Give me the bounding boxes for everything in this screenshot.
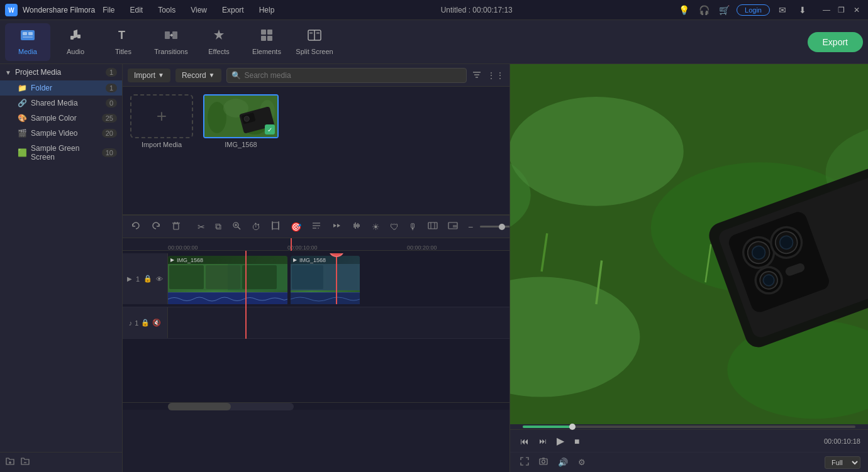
zoom-select[interactable]: Full 75% 50% 25% Fit — [825, 456, 860, 469]
zoom-fit-button[interactable] — [228, 219, 245, 234]
toolbar-transitions[interactable]: Transitions — [148, 23, 194, 61]
img-1568-preview[interactable]: ✓ — [203, 94, 279, 138]
export-button[interactable]: Export — [808, 32, 863, 52]
folder-item[interactable]: 📁 Folder 1 — [0, 80, 122, 96]
speed-button[interactable] — [328, 219, 345, 234]
audio-detach-button[interactable] — [308, 219, 325, 234]
toolbar-elements[interactable]: Elements — [244, 23, 289, 61]
sun-icon[interactable]: ☀ — [369, 220, 383, 234]
remove-folder-icon[interactable] — [20, 456, 30, 468]
menu-edit[interactable]: Edit — [128, 4, 146, 16]
toolbar-titles[interactable]: T Titles — [101, 23, 146, 61]
lock-icon[interactable]: 🔒 — [143, 275, 152, 283]
zoom-out-icon[interactable]: − — [465, 220, 476, 234]
audio-waveform-button[interactable] — [348, 219, 365, 234]
clip2-name: IMG_1568 — [299, 257, 326, 263]
toolbar-media[interactable]: Media — [5, 23, 50, 61]
svg-rect-60 — [453, 225, 457, 228]
menu-view[interactable]: View — [188, 4, 209, 16]
settings-icon[interactable]: ⚙ — [576, 456, 588, 468]
import-placeholder[interactable]: + — [130, 94, 193, 138]
clip2-play-icon: ▶ — [293, 257, 297, 263]
redo-button[interactable] — [148, 219, 164, 234]
export-clip-icon[interactable] — [425, 219, 441, 234]
svg-rect-10 — [172, 31, 177, 39]
login-button[interactable]: Login — [737, 4, 770, 16]
video-clip-1[interactable]: ▶ IMG_1568 — [168, 256, 287, 304]
menu-export[interactable]: Export — [220, 4, 247, 16]
svg-rect-66 — [242, 265, 277, 289]
clip2-body — [291, 264, 360, 292]
svg-rect-13 — [267, 30, 272, 35]
clip1-header: ▶ IMG_1568 — [168, 256, 287, 264]
lock-audio-icon[interactable]: 🔒 — [141, 319, 150, 327]
menu-tools[interactable]: Tools — [155, 4, 178, 16]
svg-rect-56 — [428, 222, 437, 229]
toolbar-effects[interactable]: Effects — [196, 23, 242, 61]
center-panel: Import ▼ Record ▼ 🔍 — [123, 64, 509, 472]
shared-media-item[interactable]: 🔗 Shared Media 0 — [0, 96, 122, 111]
sample-green-item[interactable]: 🟩 Sample Green Screen 10 — [0, 141, 122, 165]
toolbar-audio[interactable]: Audio — [53, 23, 98, 61]
cut-button[interactable]: ✂ — [194, 220, 208, 234]
elements-label: Elements — [252, 48, 281, 55]
chevron-down-icon: ▼ — [5, 69, 11, 76]
folder-count: 1 — [106, 84, 117, 92]
titles-label: Titles — [115, 48, 131, 55]
grid-options-icon[interactable]: ⋮⋮ — [487, 70, 504, 80]
record-button[interactable]: Record ▼ — [175, 69, 221, 82]
svg-rect-65 — [206, 265, 240, 289]
eye-icon[interactable]: 👁 — [156, 275, 163, 283]
maximize-button[interactable]: ❐ — [835, 4, 848, 16]
timeline-scrollbar[interactable] — [123, 402, 509, 410]
preview-progress-bar[interactable] — [523, 425, 855, 428]
video-clip-2[interactable]: ▶ IMG_1568 — [291, 256, 360, 304]
menu-help[interactable]: Help — [257, 4, 277, 16]
ruler-tick-2: 00:00:20:00 — [407, 244, 437, 251]
skip-back-button[interactable]: ⏮ — [518, 434, 531, 449]
import-placeholder-thumb[interactable]: + Import Media — [130, 94, 193, 148]
cart-icon[interactable]: 🛒 — [716, 3, 732, 18]
import-button[interactable]: Import ▼ — [128, 69, 170, 82]
media-browser: Import ▼ Record ▼ 🔍 — [123, 64, 509, 215]
minimize-button[interactable]: — — [820, 4, 833, 16]
snapshot-icon[interactable] — [537, 456, 550, 469]
step-back-button[interactable]: ⏭ — [537, 434, 549, 448]
volume-icon[interactable]: 🔊 — [555, 456, 570, 468]
sample-video-label: Sample Video — [31, 129, 78, 138]
folder-label: Folder — [31, 84, 52, 92]
add-folder-icon[interactable] — [5, 456, 15, 468]
delete-button[interactable] — [168, 219, 184, 234]
download-icon[interactable]: ⬇ — [795, 3, 810, 18]
fullscreen-icon[interactable] — [518, 456, 531, 469]
copy-button[interactable]: ⧉ — [212, 219, 225, 234]
mic-icon[interactable]: 🎙 — [406, 220, 421, 234]
pip-icon[interactable] — [445, 219, 461, 234]
import-label: Import — [134, 71, 155, 80]
ruler-tick-0: 00:00:00:00 — [168, 244, 198, 251]
filter-icon[interactable] — [472, 69, 482, 81]
undo-button[interactable] — [128, 219, 144, 234]
mute-icon[interactable]: 🔇 — [152, 319, 161, 327]
project-media-header[interactable]: ▼ Project Media 1 — [0, 64, 122, 80]
search-input[interactable] — [226, 68, 467, 83]
sample-color-item[interactable]: 🎨 Sample Color 25 — [0, 111, 122, 126]
play-button[interactable]: ▶ — [554, 432, 567, 449]
sample-color-icon: 🎨 — [18, 114, 27, 123]
sample-video-item[interactable]: 🎬 Sample Video 20 — [0, 126, 122, 141]
stabilize-button[interactable]: 🎯 — [287, 220, 304, 234]
message-icon[interactable]: ✉ — [775, 3, 790, 18]
bulb-icon[interactable]: 💡 — [676, 3, 691, 18]
img-1568-thumb[interactable]: ✓ IMG_1568 — [203, 94, 279, 148]
shield-icon[interactable]: 🛡 — [387, 220, 402, 234]
timer-button[interactable]: ⏱ — [248, 220, 264, 234]
splitscreen-label: Split Screen — [296, 48, 333, 55]
stop-button[interactable]: ■ — [572, 434, 582, 449]
close-button[interactable]: ✕ — [850, 4, 863, 16]
headphone-icon[interactable]: 🎧 — [696, 3, 711, 18]
crop-button[interactable] — [267, 219, 284, 234]
track-label-v1: ▶ 1 🔒 👁 — [123, 253, 168, 304]
menu-file[interactable]: File — [100, 4, 117, 16]
toolbar-splitscreen[interactable]: Split Screen — [292, 23, 337, 61]
track-label-a1: ♪ 1 🔒 🔇 — [123, 307, 168, 338]
